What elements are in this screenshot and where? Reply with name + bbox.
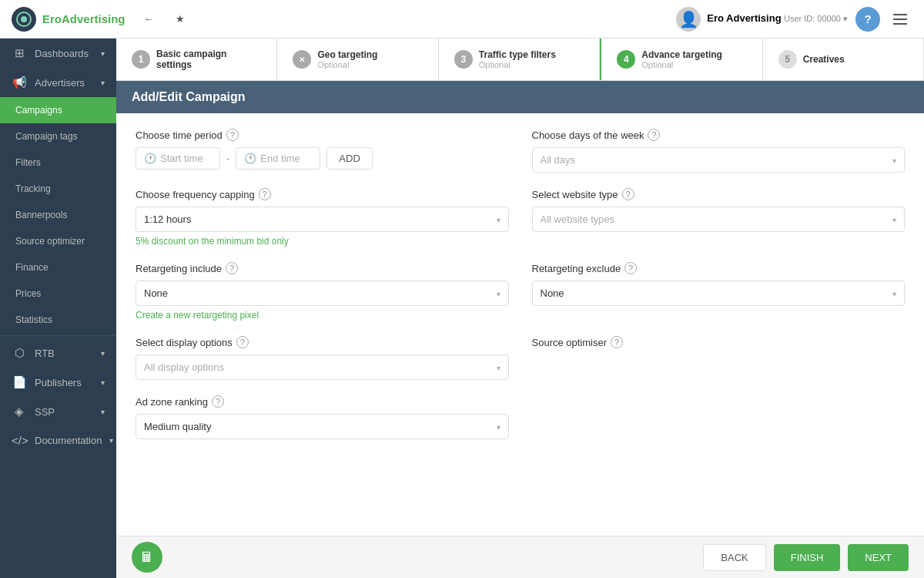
ad-zone-ranking-help-icon[interactable]: ? <box>212 395 224 408</box>
form-row-2: Choose frequency capping ? 1:12 hours ▾ … <box>136 188 905 247</box>
sidebar-item-finance[interactable]: Finance <box>0 254 116 281</box>
display-options-select-wrapper: All display options ▾ <box>136 355 509 380</box>
svg-point-1 <box>21 16 27 22</box>
retargeting-exclude-label: Retargeting exclude ? <box>532 262 906 274</box>
sidebar-item-rtb[interactable]: ⬡ RTB ▾ <box>0 338 116 368</box>
days-of-week-col: Choose days of the week ? All days ▾ <box>532 129 906 173</box>
ad-zone-ranking-col: Ad zone ranking ? Medium quality ▾ <box>136 395 509 439</box>
source-optimiser-help-icon[interactable]: ? <box>611 336 623 348</box>
main-layout: ⊞ Dashboards ▾ 📢 Advertisers ▾ Campaigns… <box>0 39 924 578</box>
frequency-capping-label: Choose frequency capping ? <box>136 188 509 200</box>
retargeting-include-help-icon[interactable]: ? <box>226 262 238 274</box>
sidebar-item-label: RTB <box>35 348 55 359</box>
time-period-help-icon[interactable]: ? <box>226 129 239 141</box>
nav-icons: ← ★ <box>135 5 194 33</box>
page-title: Add/Edit Campaign <box>132 90 246 103</box>
right-area: 👤 Ero Advertising User ID: 00000 ▾ ? <box>676 7 912 32</box>
step-circle-2: ✕ <box>293 50 311 69</box>
step-label-1: Basic campaign settings <box>156 49 261 70</box>
sidebar-item-label: Prices <box>15 288 41 299</box>
retargeting-include-select-wrapper: None ▾ <box>136 281 509 306</box>
website-type-label: Select website type ? <box>532 188 906 200</box>
step-label-4: Advance targeting Optional <box>641 49 722 69</box>
back-button[interactable]: ← <box>135 5 162 33</box>
sidebar-item-advertisers[interactable]: 📢 Advertisers ▾ <box>0 68 116 97</box>
publishers-icon: 📄 <box>12 375 27 389</box>
time-separator: - <box>226 153 229 164</box>
form-row-5: Ad zone ranking ? Medium quality ▾ <box>136 395 905 439</box>
sidebar-item-filters[interactable]: Filters <box>0 150 116 176</box>
sidebar-item-label: SSP <box>35 406 55 418</box>
add-time-button[interactable]: ADD <box>326 147 372 170</box>
retargeting-exclude-select[interactable]: None <box>533 281 905 305</box>
sidebar-item-campaign-tags[interactable]: Campaign tags <box>0 123 116 150</box>
frequency-help-icon[interactable]: ? <box>259 188 271 200</box>
sidebar-item-documentation[interactable]: </> Documentation ▾ <box>0 426 116 455</box>
sidebar-item-statistics[interactable]: Statistics <box>0 307 116 333</box>
end-time-input[interactable]: 🕐 End time <box>236 147 320 170</box>
next-button[interactable]: NEXT <box>848 544 909 571</box>
chevron-icon: ▾ <box>109 436 113 445</box>
calculator-button[interactable]: 🖩 <box>132 542 162 573</box>
display-options-col: Select display options ? All display opt… <box>136 336 509 380</box>
display-options-select[interactable]: All display options <box>136 355 508 379</box>
sidebar-item-label: Advertisers <box>35 77 85 89</box>
sidebar-item-label: Publishers <box>35 377 82 388</box>
finish-button[interactable]: FINISH <box>774 544 841 571</box>
wizard-steps: 1 Basic campaign settings ✕ Geo targetin… <box>116 39 924 81</box>
frequency-capping-col: Choose frequency capping ? 1:12 hours ▾ … <box>136 188 509 247</box>
sidebar-item-ssp[interactable]: ◈ SSP ▾ <box>0 397 116 426</box>
retargeting-include-select[interactable]: None <box>136 281 508 305</box>
sidebar-item-publishers[interactable]: 📄 Publishers ▾ <box>0 368 116 397</box>
user-info[interactable]: 👤 Ero Advertising User ID: 00000 ▾ <box>676 7 848 32</box>
user-text: Ero Advertising User ID: 00000 ▾ <box>707 12 848 25</box>
retargeting-exclude-col: Retargeting exclude ? None ▾ <box>532 262 906 321</box>
wizard-step-2: ✕ Geo targeting Optional <box>277 39 438 80</box>
user-avatar: 👤 <box>676 7 701 32</box>
retargeting-exclude-help-icon[interactable]: ? <box>624 262 637 274</box>
sidebar-item-source-optimizer[interactable]: Source optimizer <box>0 228 116 254</box>
menu-button[interactable] <box>888 7 912 32</box>
chevron-icon: ▾ <box>101 378 105 387</box>
website-type-select[interactable]: All website types <box>533 207 905 231</box>
ad-zone-ranking-label: Ad zone ranking ? <box>136 395 509 408</box>
website-type-help-icon[interactable]: ? <box>622 188 634 200</box>
days-help-icon[interactable]: ? <box>648 129 660 141</box>
chevron-icon: ▾ <box>101 49 105 58</box>
sidebar-item-label: Source optimizer <box>15 236 85 247</box>
star-button[interactable]: ★ <box>166 5 194 33</box>
sidebar-item-tracking[interactable]: Tracking <box>0 176 116 202</box>
sidebar-item-label: Documentation <box>35 435 102 446</box>
days-of-week-select-wrapper: All days ▾ <box>532 147 906 173</box>
sidebar-item-bannerpools[interactable]: Bannerpools <box>0 202 116 228</box>
back-button[interactable]: BACK <box>703 544 765 571</box>
chevron-icon: ▾ <box>101 408 105 416</box>
display-options-help-icon[interactable]: ? <box>236 336 249 348</box>
dashboards-icon: ⊞ <box>12 46 27 60</box>
create-retargeting-pixel-link[interactable]: Create a new retargeting pixel <box>136 310 509 321</box>
sidebar-item-label: Campaign tags <box>15 131 78 142</box>
advertisers-icon: 📢 <box>12 76 27 89</box>
form-area: Choose time period ? 🕐 Start time - 🕐 En… <box>116 113 924 536</box>
days-of-week-label: Choose days of the week ? <box>532 129 906 141</box>
sidebar-item-label: Bannerpools <box>15 210 67 220</box>
ad-zone-ranking-select[interactable]: Medium quality <box>136 415 508 439</box>
days-of-week-select[interactable]: All days <box>533 148 905 172</box>
help-button[interactable]: ? <box>855 7 880 32</box>
step-label-3: Traffic type filters Optional <box>479 49 556 69</box>
sidebar-item-dashboards[interactable]: ⊞ Dashboards ▾ <box>0 39 116 68</box>
page-header: Add/Edit Campaign <box>116 81 924 113</box>
sidebar-item-label: Dashboards <box>35 48 89 59</box>
step-circle-3: 3 <box>454 50 473 69</box>
footer: 🖩 BACK FINISH NEXT <box>116 536 924 578</box>
step-label-5: Creatives <box>803 54 845 65</box>
sidebar-item-campaigns[interactable]: Campaigns <box>0 97 116 123</box>
sidebar-item-prices[interactable]: Prices <box>0 281 116 307</box>
logo-area: EroAdvertising <box>12 7 127 32</box>
chevron-icon: ▾ <box>101 79 105 87</box>
website-type-col: Select website type ? All website types … <box>532 188 906 247</box>
retargeting-include-col: Retargeting include ? None ▾ Create a ne… <box>136 262 509 321</box>
footer-left: 🖩 <box>132 542 162 573</box>
start-time-input[interactable]: 🕐 Start time <box>136 147 220 170</box>
frequency-capping-select[interactable]: 1:12 hours <box>136 207 508 231</box>
